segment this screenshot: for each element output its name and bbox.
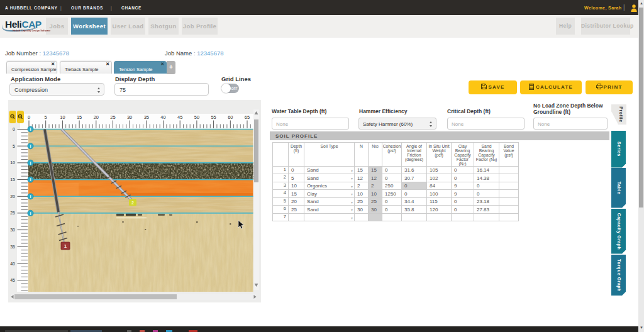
svg-text:2: 2	[131, 201, 134, 205]
svg-text:30: 30	[10, 228, 15, 232]
svg-text:i: i	[30, 161, 31, 165]
svg-text:25: 25	[10, 211, 15, 215]
svg-text:i: i	[30, 194, 31, 199]
svg-text:25: 25	[110, 114, 115, 120]
svg-text:60: 60	[228, 114, 233, 120]
svg-text:0: 0	[13, 127, 15, 131]
svg-text:65: 65	[245, 114, 250, 120]
svg-text:30: 30	[127, 114, 132, 120]
svg-text:i: i	[30, 211, 31, 216]
svg-text:55: 55	[211, 114, 216, 120]
svg-text:20: 20	[10, 194, 15, 199]
svg-text:i: i	[30, 177, 31, 182]
svg-text:20: 20	[94, 114, 99, 120]
svg-text:35: 35	[144, 114, 149, 120]
svg-text:50: 50	[194, 114, 199, 120]
svg-text:10: 10	[60, 114, 65, 120]
svg-text:0: 0	[28, 114, 30, 120]
svg-text:i: i	[30, 127, 31, 131]
svg-text:40: 40	[10, 262, 15, 266]
svg-text:15: 15	[77, 114, 82, 120]
svg-text:10: 10	[10, 160, 15, 165]
svg-text:45: 45	[10, 278, 15, 282]
svg-text:35: 35	[10, 245, 15, 249]
svg-text:1: 1	[64, 243, 67, 249]
svg-text:5: 5	[13, 144, 15, 148]
svg-text:15: 15	[10, 177, 15, 182]
svg-text:5: 5	[45, 114, 47, 120]
svg-text:i: i	[30, 144, 31, 148]
svg-text:45: 45	[177, 114, 182, 120]
svg-text:40: 40	[160, 114, 165, 120]
